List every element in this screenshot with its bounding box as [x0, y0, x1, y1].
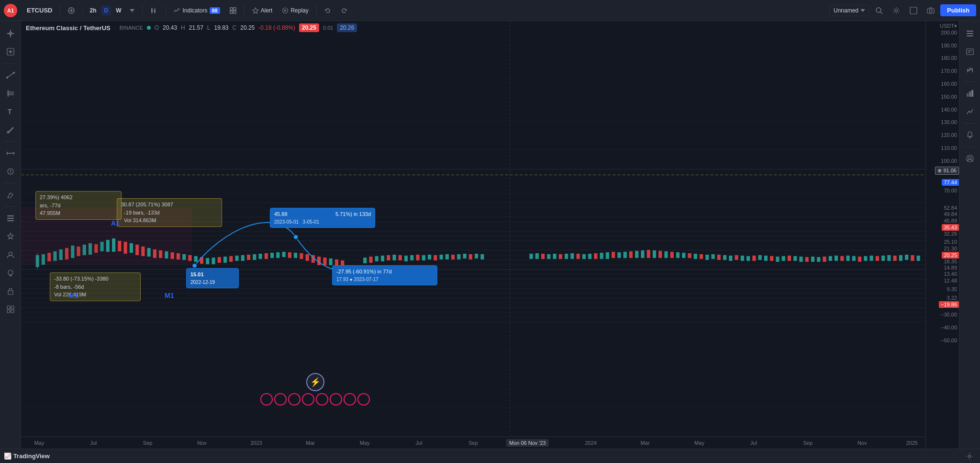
svg-rect-54	[967, 33, 973, 34]
pine-editor-icon[interactable]	[961, 103, 979, 120]
time-nov-6-2023: Mon 06 Nov '23	[506, 439, 549, 447]
publish-button[interactable]: Publish	[940, 4, 976, 16]
timeframe-2h[interactable]: 2h	[87, 6, 99, 15]
replay-dot-2[interactable]	[274, 393, 287, 406]
fullscreen-button[interactable]	[906, 5, 921, 16]
data-window-icon[interactable]	[961, 61, 979, 79]
svg-rect-219	[817, 257, 820, 262]
svg-point-44	[9, 252, 12, 256]
search-button[interactable]	[871, 5, 887, 16]
global-settings-button[interactable]	[889, 5, 904, 16]
svg-rect-125	[206, 258, 209, 264]
svg-rect-204	[729, 256, 732, 261]
indicators-button[interactable]: Indicators 88	[170, 5, 223, 16]
ohlc-low-label: L	[207, 24, 211, 31]
status-settings-icon[interactable]	[963, 450, 976, 463]
add-symbol-button[interactable]	[64, 5, 78, 16]
svg-rect-17	[910, 7, 917, 14]
price-170: 170.00	[941, 68, 957, 74]
svg-rect-161	[434, 255, 437, 260]
timeframe-W[interactable]: W	[113, 6, 124, 15]
svg-rect-217	[805, 257, 809, 262]
replay-dot-5[interactable]	[316, 393, 328, 406]
add-chart-tool[interactable]	[2, 43, 19, 60]
alert-button[interactable]: Alert	[248, 5, 277, 16]
unnamed-label: Unnamed	[834, 7, 858, 14]
svg-rect-181	[594, 253, 597, 259]
svg-point-27	[6, 77, 8, 79]
lock-icon[interactable]	[2, 282, 19, 300]
price-150: 150.00	[941, 94, 957, 100]
user-icon[interactable]	[2, 246, 19, 263]
svg-rect-222	[835, 256, 838, 261]
price-140: 140.00	[941, 107, 957, 113]
templates-button[interactable]	[226, 5, 240, 16]
replay-dot-7[interactable]	[344, 393, 356, 406]
svg-rect-175	[559, 254, 562, 259]
price-1835: 18.35	[944, 259, 957, 264]
ideas-icon[interactable]	[2, 264, 19, 282]
brush-tool[interactable]	[2, 121, 19, 138]
watchlist-right-icon[interactable]	[961, 25, 979, 42]
watchlist-icon[interactable]	[2, 210, 19, 227]
undo-button[interactable]	[321, 5, 335, 16]
time-jul-2022: Jul	[90, 440, 97, 446]
camera-button[interactable]	[923, 5, 938, 16]
svg-rect-137	[276, 252, 279, 258]
replay-dot-8[interactable]	[357, 393, 370, 406]
ticker-selector[interactable]: ETCUSD	[23, 5, 56, 16]
svg-rect-163	[445, 254, 449, 260]
redo-button[interactable]	[337, 5, 351, 16]
svg-rect-123	[194, 256, 198, 262]
ohlc-indicator	[147, 26, 151, 30]
svg-rect-103	[77, 247, 80, 256]
text-tool[interactable]: T	[2, 103, 19, 120]
timeframe-D[interactable]: D	[101, 6, 111, 15]
replay-dot-3[interactable]	[288, 393, 301, 406]
svg-rect-138	[282, 252, 286, 257]
replay-button[interactable]: Replay	[278, 5, 312, 16]
trend-line-tool[interactable]	[2, 67, 19, 84]
svg-rect-113	[135, 245, 139, 255]
replay-dot-6[interactable]	[330, 393, 342, 406]
replay-dot-4[interactable]	[302, 393, 314, 406]
chart-area[interactable]: 27.39%) 4062 ars, -77d 47.955M 30.87 (20…	[21, 21, 925, 437]
svg-rect-107	[100, 242, 104, 251]
svg-rect-214	[788, 256, 791, 261]
news-icon[interactable]	[961, 43, 979, 60]
measure-tool[interactable]	[2, 145, 19, 162]
price-77: 77.44	[942, 179, 959, 186]
eraser-tool[interactable]	[2, 186, 19, 203]
sep2	[4, 141, 17, 142]
unnamed-button[interactable]: Unnamed	[829, 5, 869, 16]
shape-tool[interactable]	[2, 163, 19, 180]
app-logo[interactable]: A1	[4, 4, 17, 17]
replay-label: Replay	[290, 7, 308, 14]
layout-icon[interactable]	[2, 301, 19, 318]
strategy-tester-icon[interactable]	[961, 85, 979, 102]
svg-rect-182	[600, 253, 603, 259]
fib-tool[interactable]	[2, 85, 19, 102]
timeframe-dropdown[interactable]	[126, 7, 138, 14]
svg-rect-206	[741, 256, 744, 261]
svg-rect-140	[294, 253, 297, 258]
svg-point-45	[8, 270, 13, 275]
svg-rect-174	[553, 254, 557, 259]
svg-rect-116	[153, 249, 156, 258]
notifications-icon[interactable]	[961, 126, 979, 144]
svg-point-239	[351, 268, 356, 273]
crosshair-tool[interactable]	[2, 25, 19, 42]
price-neg30: −30.00	[941, 312, 957, 317]
cursor-price-label: ⊕ 91.06	[935, 167, 959, 175]
time-2023: 2023	[250, 440, 262, 446]
svg-rect-215	[793, 256, 797, 261]
replay-dot-1[interactable]	[260, 393, 273, 406]
chart-type-button[interactable]	[146, 5, 162, 16]
svg-rect-160	[428, 255, 431, 260]
svg-rect-139	[288, 252, 291, 258]
svg-rect-218	[811, 257, 814, 262]
alerts-icon[interactable]	[2, 228, 19, 245]
svg-rect-49	[7, 306, 10, 309]
lightning-icon[interactable]: ⚡	[306, 373, 324, 391]
account-icon[interactable]	[961, 150, 979, 167]
